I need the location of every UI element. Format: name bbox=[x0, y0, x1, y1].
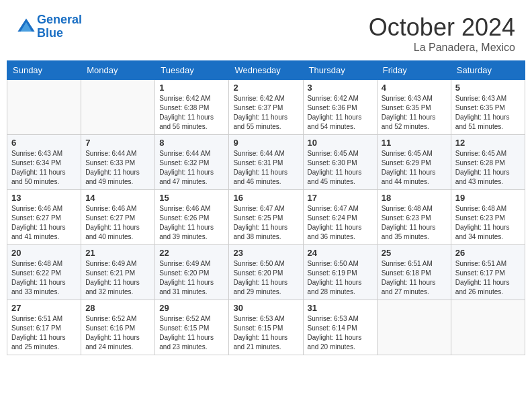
day-info: Sunrise: 6:53 AM Sunset: 6:15 PM Dayligh… bbox=[233, 314, 298, 352]
calendar-cell: 8Sunrise: 6:44 AM Sunset: 6:32 PM Daylig… bbox=[155, 135, 229, 190]
day-info: Sunrise: 6:50 AM Sunset: 6:19 PM Dayligh… bbox=[308, 259, 373, 297]
calendar-cell: 23Sunrise: 6:50 AM Sunset: 6:20 PM Dayli… bbox=[229, 245, 303, 300]
calendar-day-header: Sunday bbox=[7, 61, 81, 80]
day-info: Sunrise: 6:52 AM Sunset: 6:16 PM Dayligh… bbox=[85, 314, 150, 352]
day-number: 11 bbox=[382, 138, 447, 148]
calendar-cell: 19Sunrise: 6:48 AM Sunset: 6:23 PM Dayli… bbox=[451, 190, 525, 245]
day-number: 5 bbox=[455, 83, 521, 93]
logo-icon bbox=[17, 17, 36, 36]
day-number: 20 bbox=[11, 248, 77, 258]
day-number: 17 bbox=[308, 193, 373, 203]
day-number: 10 bbox=[308, 138, 373, 148]
day-info: Sunrise: 6:51 AM Sunset: 6:18 PM Dayligh… bbox=[382, 259, 447, 297]
day-number: 12 bbox=[455, 138, 521, 148]
day-number: 3 bbox=[308, 83, 373, 93]
calendar-cell: 16Sunrise: 6:47 AM Sunset: 6:25 PM Dayli… bbox=[229, 190, 303, 245]
calendar-day-header: Thursday bbox=[303, 61, 377, 80]
day-info: Sunrise: 6:48 AM Sunset: 6:23 PM Dayligh… bbox=[382, 204, 447, 242]
day-number: 24 bbox=[308, 248, 373, 258]
calendar-cell: 5Sunrise: 6:43 AM Sunset: 6:35 PM Daylig… bbox=[451, 80, 525, 135]
day-number: 4 bbox=[382, 83, 447, 93]
day-number: 22 bbox=[159, 248, 224, 258]
day-number: 27 bbox=[11, 303, 77, 313]
day-info: Sunrise: 6:47 AM Sunset: 6:25 PM Dayligh… bbox=[233, 204, 298, 242]
calendar-cell: 2Sunrise: 6:42 AM Sunset: 6:37 PM Daylig… bbox=[229, 80, 303, 135]
day-info: Sunrise: 6:43 AM Sunset: 6:35 PM Dayligh… bbox=[382, 94, 447, 132]
calendar-day-header: Tuesday bbox=[155, 61, 229, 80]
calendar-cell: 12Sunrise: 6:45 AM Sunset: 6:28 PM Dayli… bbox=[451, 135, 525, 190]
day-number: 2 bbox=[233, 83, 298, 93]
calendar-cell bbox=[7, 80, 81, 135]
location-title: La Panadera, Mexico bbox=[369, 42, 515, 54]
page-header: General Blue October 2024 La Panadera, M… bbox=[7, 7, 525, 57]
day-number: 21 bbox=[85, 248, 150, 258]
day-number: 9 bbox=[233, 138, 298, 148]
calendar-cell: 31Sunrise: 6:53 AM Sunset: 6:14 PM Dayli… bbox=[303, 300, 377, 355]
logo: General Blue bbox=[17, 13, 82, 40]
calendar-cell bbox=[377, 300, 451, 355]
day-number: 14 bbox=[85, 193, 150, 203]
calendar-week-row: 20Sunrise: 6:48 AM Sunset: 6:22 PM Dayli… bbox=[7, 245, 525, 300]
day-info: Sunrise: 6:52 AM Sunset: 6:15 PM Dayligh… bbox=[159, 314, 224, 352]
calendar-table: SundayMondayTuesdayWednesdayThursdayFrid… bbox=[7, 60, 525, 355]
day-number: 1 bbox=[159, 83, 224, 93]
day-number: 16 bbox=[233, 193, 298, 203]
calendar-cell: 22Sunrise: 6:49 AM Sunset: 6:20 PM Dayli… bbox=[155, 245, 229, 300]
day-number: 7 bbox=[85, 138, 150, 148]
calendar-day-header: Monday bbox=[81, 61, 155, 80]
day-info: Sunrise: 6:45 AM Sunset: 6:30 PM Dayligh… bbox=[308, 149, 373, 187]
calendar-cell: 27Sunrise: 6:51 AM Sunset: 6:17 PM Dayli… bbox=[7, 300, 81, 355]
day-number: 31 bbox=[308, 303, 373, 313]
month-title: October 2024 bbox=[369, 13, 515, 42]
day-info: Sunrise: 6:45 AM Sunset: 6:29 PM Dayligh… bbox=[382, 149, 447, 187]
day-info: Sunrise: 6:42 AM Sunset: 6:37 PM Dayligh… bbox=[233, 94, 298, 132]
day-info: Sunrise: 6:43 AM Sunset: 6:35 PM Dayligh… bbox=[455, 94, 521, 132]
day-info: Sunrise: 6:48 AM Sunset: 6:23 PM Dayligh… bbox=[455, 204, 521, 242]
day-info: Sunrise: 6:51 AM Sunset: 6:17 PM Dayligh… bbox=[11, 314, 77, 352]
day-info: Sunrise: 6:46 AM Sunset: 6:26 PM Dayligh… bbox=[159, 204, 224, 242]
day-info: Sunrise: 6:44 AM Sunset: 6:33 PM Dayligh… bbox=[85, 149, 150, 187]
calendar-cell: 21Sunrise: 6:49 AM Sunset: 6:21 PM Dayli… bbox=[81, 245, 155, 300]
logo-line2: Blue bbox=[37, 26, 63, 40]
calendar-cell: 25Sunrise: 6:51 AM Sunset: 6:18 PM Dayli… bbox=[377, 245, 451, 300]
calendar-cell: 15Sunrise: 6:46 AM Sunset: 6:26 PM Dayli… bbox=[155, 190, 229, 245]
calendar-cell: 29Sunrise: 6:52 AM Sunset: 6:15 PM Dayli… bbox=[155, 300, 229, 355]
day-info: Sunrise: 6:49 AM Sunset: 6:20 PM Dayligh… bbox=[159, 259, 224, 297]
calendar-day-header: Wednesday bbox=[229, 61, 303, 80]
calendar-cell: 20Sunrise: 6:48 AM Sunset: 6:22 PM Dayli… bbox=[7, 245, 81, 300]
day-number: 18 bbox=[382, 193, 447, 203]
day-info: Sunrise: 6:46 AM Sunset: 6:27 PM Dayligh… bbox=[85, 204, 150, 242]
calendar-cell: 30Sunrise: 6:53 AM Sunset: 6:15 PM Dayli… bbox=[229, 300, 303, 355]
calendar-cell: 18Sunrise: 6:48 AM Sunset: 6:23 PM Dayli… bbox=[377, 190, 451, 245]
day-info: Sunrise: 6:53 AM Sunset: 6:14 PM Dayligh… bbox=[308, 314, 373, 352]
calendar-week-row: 6Sunrise: 6:43 AM Sunset: 6:34 PM Daylig… bbox=[7, 135, 525, 190]
day-info: Sunrise: 6:50 AM Sunset: 6:20 PM Dayligh… bbox=[233, 259, 298, 297]
day-number: 15 bbox=[159, 193, 224, 203]
calendar-cell: 13Sunrise: 6:46 AM Sunset: 6:27 PM Dayli… bbox=[7, 190, 81, 245]
calendar-week-row: 1Sunrise: 6:42 AM Sunset: 6:38 PM Daylig… bbox=[7, 80, 525, 135]
day-number: 25 bbox=[382, 248, 447, 258]
calendar-cell: 10Sunrise: 6:45 AM Sunset: 6:30 PM Dayli… bbox=[303, 135, 377, 190]
calendar-cell: 6Sunrise: 6:43 AM Sunset: 6:34 PM Daylig… bbox=[7, 135, 81, 190]
calendar-cell: 26Sunrise: 6:51 AM Sunset: 6:17 PM Dayli… bbox=[451, 245, 525, 300]
calendar-cell: 9Sunrise: 6:44 AM Sunset: 6:31 PM Daylig… bbox=[229, 135, 303, 190]
day-number: 23 bbox=[233, 248, 298, 258]
day-info: Sunrise: 6:46 AM Sunset: 6:27 PM Dayligh… bbox=[11, 204, 77, 242]
day-number: 26 bbox=[455, 248, 521, 258]
day-info: Sunrise: 6:42 AM Sunset: 6:38 PM Dayligh… bbox=[159, 94, 224, 132]
calendar-week-row: 13Sunrise: 6:46 AM Sunset: 6:27 PM Dayli… bbox=[7, 190, 525, 245]
day-info: Sunrise: 6:42 AM Sunset: 6:36 PM Dayligh… bbox=[308, 94, 373, 132]
day-info: Sunrise: 6:48 AM Sunset: 6:22 PM Dayligh… bbox=[11, 259, 77, 297]
day-info: Sunrise: 6:45 AM Sunset: 6:28 PM Dayligh… bbox=[455, 149, 521, 187]
day-info: Sunrise: 6:51 AM Sunset: 6:17 PM Dayligh… bbox=[455, 259, 521, 297]
calendar-cell: 3Sunrise: 6:42 AM Sunset: 6:36 PM Daylig… bbox=[303, 80, 377, 135]
day-number: 28 bbox=[85, 303, 150, 313]
calendar-cell bbox=[81, 80, 155, 135]
calendar-cell: 14Sunrise: 6:46 AM Sunset: 6:27 PM Dayli… bbox=[81, 190, 155, 245]
calendar-cell: 24Sunrise: 6:50 AM Sunset: 6:19 PM Dayli… bbox=[303, 245, 377, 300]
day-number: 29 bbox=[159, 303, 224, 313]
day-info: Sunrise: 6:49 AM Sunset: 6:21 PM Dayligh… bbox=[85, 259, 150, 297]
logo-text: General Blue bbox=[37, 13, 82, 40]
calendar-cell: 4Sunrise: 6:43 AM Sunset: 6:35 PM Daylig… bbox=[377, 80, 451, 135]
calendar-cell bbox=[451, 300, 525, 355]
